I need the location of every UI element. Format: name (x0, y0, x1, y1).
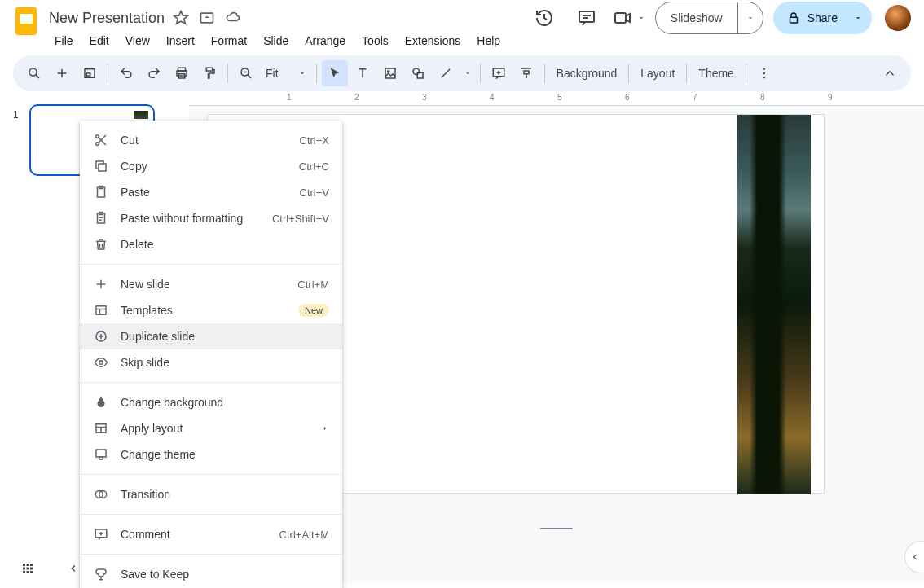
cm-templates[interactable]: Templates New (80, 297, 342, 323)
grid-view-icon[interactable] (16, 557, 39, 580)
zoom-select[interactable]: Fit (261, 67, 311, 80)
cm-comment[interactable]: Comment Ctrl+Alt+M (80, 521, 342, 547)
svg-point-6 (29, 68, 37, 76)
cm-save-keep[interactable]: Save to Keep (80, 561, 342, 587)
svg-rect-66 (23, 564, 25, 566)
cm-apply-layout[interactable]: Apply layout (80, 415, 342, 441)
cm-label: New slide (121, 278, 286, 291)
theme-button[interactable]: Theme (692, 67, 741, 80)
menu-arrange[interactable]: Arrange (297, 31, 353, 50)
collapse-up-icon[interactable] (877, 60, 903, 86)
paste-icon (93, 184, 109, 200)
svg-rect-70 (27, 568, 29, 570)
comment-add-icon[interactable] (486, 60, 512, 86)
share-main[interactable]: Share (773, 2, 849, 34)
svg-rect-74 (30, 571, 33, 573)
eye-icon (93, 354, 109, 371)
svg-rect-72 (23, 571, 25, 573)
user-avatar[interactable] (885, 5, 911, 31)
layout-button[interactable]: Layout (634, 67, 681, 80)
layout-icon (93, 420, 109, 437)
shape-icon[interactable] (405, 60, 431, 86)
menu-file[interactable]: File (47, 31, 81, 50)
copy-icon (93, 158, 109, 174)
cm-label: Change background (121, 396, 329, 409)
plus-icon (93, 276, 109, 292)
menu-insert[interactable]: Insert (159, 31, 202, 50)
align-icon[interactable] (513, 60, 539, 86)
menu-extensions[interactable]: Extensions (398, 31, 468, 50)
share-button[interactable]: Share (773, 2, 872, 34)
cm-label: Change theme (121, 448, 329, 461)
slideshow-dropdown[interactable] (738, 2, 763, 33)
duplicate-icon (93, 328, 109, 344)
select-tool-icon[interactable] (322, 60, 348, 86)
cm-label: Apply layout (121, 422, 310, 435)
document-title[interactable]: New Presentation (49, 10, 165, 27)
cm-transition[interactable]: Transition (80, 481, 342, 507)
layout-icon[interactable] (77, 60, 103, 86)
zoom-out-icon[interactable] (233, 60, 259, 86)
cut-icon (93, 132, 109, 148)
slideshow-button[interactable]: Slideshow (655, 2, 763, 34)
move-icon[interactable] (197, 8, 217, 28)
cm-paste-plain[interactable]: Paste without formatting Ctrl+Shift+V (80, 205, 342, 231)
slides-logo[interactable] (10, 5, 42, 37)
comments-icon[interactable] (570, 2, 603, 34)
menu-format[interactable]: Format (204, 31, 254, 50)
cloud-icon[interactable] (223, 8, 243, 28)
cm-label: Delete (121, 238, 329, 251)
cm-label: Cut (121, 134, 288, 147)
undo-icon[interactable] (113, 60, 139, 86)
svg-point-31 (763, 68, 765, 70)
menu-edit[interactable]: Edit (82, 31, 117, 50)
menu-help[interactable]: Help (469, 31, 508, 50)
cm-delete[interactable]: Delete (80, 231, 342, 257)
star-icon[interactable] (171, 8, 191, 28)
search-icon[interactable] (21, 60, 47, 86)
background-button[interactable]: Background (550, 67, 624, 80)
transition-icon (93, 486, 109, 502)
menu-slide[interactable]: Slide (256, 31, 296, 50)
cm-copy[interactable]: Copy Ctrl+C (80, 153, 342, 179)
cm-new-slide[interactable]: New slide Ctrl+M (80, 271, 342, 297)
history-icon[interactable] (528, 2, 561, 34)
svg-rect-4 (615, 13, 626, 23)
svg-rect-60 (99, 457, 103, 459)
svg-point-33 (763, 77, 765, 78)
cm-shortcut: Ctrl+Shift+V (272, 213, 329, 225)
image-icon[interactable] (377, 60, 403, 86)
share-dropdown[interactable] (849, 2, 872, 34)
speaker-notes-divider[interactable] (540, 528, 573, 529)
theme-icon (93, 446, 109, 463)
slideshow-label[interactable]: Slideshow (656, 2, 738, 33)
cm-change-theme[interactable]: Change theme (80, 441, 342, 467)
cm-duplicate[interactable]: Duplicate slide (80, 323, 342, 349)
menu-view[interactable]: View (118, 31, 157, 50)
slide-image[interactable] (737, 115, 811, 494)
horizontal-ruler: 1 2 3 4 5 6 7 8 9 (189, 91, 924, 106)
line-icon[interactable] (433, 60, 459, 86)
cm-change-bg[interactable]: Change background (80, 389, 342, 415)
print-icon[interactable] (169, 60, 195, 86)
meet-button[interactable] (613, 8, 645, 28)
redo-icon[interactable] (141, 60, 167, 86)
paste-plain-icon (93, 210, 109, 226)
svg-rect-68 (30, 564, 33, 566)
paint-format-icon[interactable] (196, 60, 222, 86)
svg-rect-11 (86, 73, 90, 76)
svg-point-32 (763, 72, 765, 74)
svg-line-24 (441, 69, 450, 78)
drop-icon (93, 394, 109, 410)
more-icon[interactable] (751, 60, 777, 86)
new-badge: New (298, 304, 329, 317)
line-dropdown-icon[interactable] (460, 60, 475, 86)
cm-cut[interactable]: Cut Ctrl+X (80, 127, 342, 153)
cm-label: Transition (121, 488, 329, 501)
cm-skip[interactable]: Skip slide (80, 349, 342, 375)
menu-tools[interactable]: Tools (354, 31, 396, 50)
cm-shortcut: Ctrl+V (300, 186, 329, 199)
cm-paste[interactable]: Paste Ctrl+V (80, 179, 342, 205)
textbox-icon[interactable] (350, 60, 376, 86)
new-slide-icon[interactable] (49, 60, 75, 86)
